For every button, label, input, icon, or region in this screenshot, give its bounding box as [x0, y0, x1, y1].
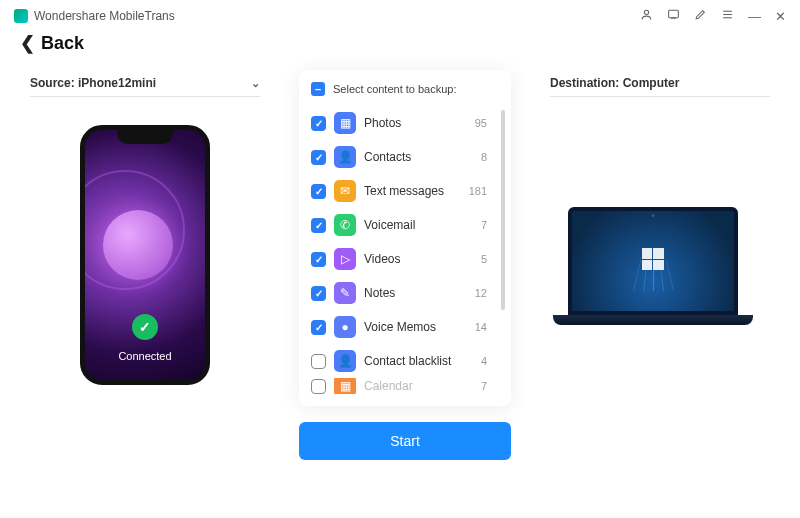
scrollbar[interactable] — [501, 110, 505, 310]
account-icon[interactable] — [640, 8, 653, 24]
blacklist-icon: 👤 — [334, 350, 356, 372]
content-item[interactable]: ▦Calendar7 — [311, 378, 509, 394]
edit-icon[interactable] — [694, 8, 707, 24]
back-arrow-icon: ❮ — [20, 32, 35, 54]
item-count: 5 — [481, 253, 499, 265]
destination-header: Destination: Computer — [550, 76, 770, 97]
start-button[interactable]: Start — [299, 422, 511, 460]
voicememos-icon: ● — [334, 316, 356, 338]
content-item[interactable]: ✓✎Notes12 — [311, 276, 509, 310]
item-count: 181 — [469, 185, 499, 197]
titlebar: Wondershare MobileTrans — ✕ — [0, 0, 800, 28]
close-button[interactable]: ✕ — [775, 9, 786, 24]
item-label: Calendar — [364, 379, 473, 393]
content-item[interactable]: 👤Contact blacklist4 — [311, 344, 509, 378]
item-count: 8 — [481, 151, 499, 163]
videos-icon: ▷ — [334, 248, 356, 270]
item-count: 12 — [475, 287, 499, 299]
connected-check-icon: ✓ — [132, 314, 158, 340]
voicemail-icon: ✆ — [334, 214, 356, 236]
item-label: Notes — [364, 286, 467, 300]
content-item[interactable]: ✓✆Voicemail7 — [311, 208, 509, 242]
item-checkbox[interactable]: ✓ — [311, 116, 326, 131]
item-label: Voicemail — [364, 218, 473, 232]
item-checkbox[interactable]: ✓ — [311, 320, 326, 335]
item-label: Contacts — [364, 150, 473, 164]
svg-rect-1 — [669, 10, 679, 18]
item-checkbox[interactable]: ✓ — [311, 184, 326, 199]
back-button[interactable]: ❮ Back — [0, 28, 800, 64]
content-item[interactable]: ✓▦Photos95 — [311, 106, 509, 140]
item-label: Text messages — [364, 184, 461, 198]
connection-status: Connected — [85, 350, 205, 362]
select-header-label: Select content to backup: — [333, 83, 457, 95]
content-item[interactable]: ✓●Voice Memos14 — [311, 310, 509, 344]
source-device-image: ✓ Connected — [80, 125, 210, 385]
calendar-icon: ▦ — [334, 378, 356, 394]
item-checkbox[interactable]: ✓ — [311, 286, 326, 301]
item-checkbox[interactable] — [311, 379, 326, 394]
notes-icon: ✎ — [334, 282, 356, 304]
content-selector-panel: – Select content to backup: ✓▦Photos95✓👤… — [299, 70, 511, 406]
item-count: 4 — [481, 355, 499, 367]
app-logo-icon — [14, 9, 28, 23]
item-label: Contact blacklist — [364, 354, 473, 368]
item-count: 7 — [481, 219, 499, 231]
item-checkbox[interactable] — [311, 354, 326, 369]
app-title: Wondershare MobileTrans — [34, 9, 175, 23]
item-checkbox[interactable]: ✓ — [311, 252, 326, 267]
content-item[interactable]: ✓▷Videos5 — [311, 242, 509, 276]
item-label: Photos — [364, 116, 467, 130]
item-label: Voice Memos — [364, 320, 467, 334]
item-count: 14 — [475, 321, 499, 333]
feedback-icon[interactable] — [667, 8, 680, 24]
photos-icon: ▦ — [334, 112, 356, 134]
chevron-down-icon: ⌄ — [251, 77, 260, 90]
item-checkbox[interactable]: ✓ — [311, 150, 326, 165]
content-item[interactable]: ✓👤Contacts8 — [311, 140, 509, 174]
contacts-icon: 👤 — [334, 146, 356, 168]
item-checkbox[interactable]: ✓ — [311, 218, 326, 233]
destination-device-image — [568, 207, 753, 325]
source-dropdown[interactable]: Source: iPhone12mini ⌄ — [30, 76, 260, 97]
messages-icon: ✉ — [334, 180, 356, 202]
item-count: 95 — [475, 117, 499, 129]
windows-logo-icon — [642, 248, 664, 270]
menu-icon[interactable] — [721, 8, 734, 24]
svg-point-0 — [644, 10, 648, 14]
minimize-button[interactable]: — — [748, 9, 761, 24]
content-item[interactable]: ✓✉Text messages181 — [311, 174, 509, 208]
item-label: Videos — [364, 252, 473, 266]
select-all-checkbox[interactable]: – — [311, 82, 325, 96]
item-count: 7 — [481, 380, 499, 392]
back-label: Back — [41, 33, 84, 54]
